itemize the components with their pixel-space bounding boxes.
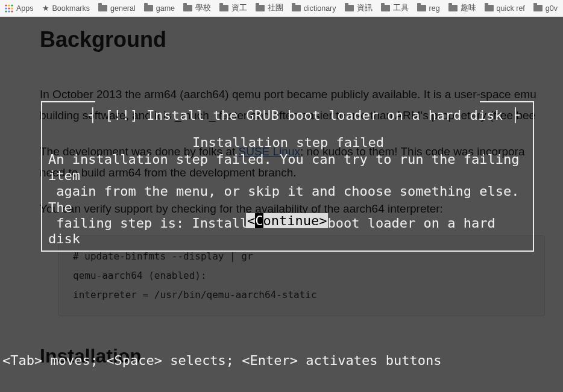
folder-icon <box>485 5 494 11</box>
apps-button[interactable]: Apps <box>5 4 34 13</box>
dialog-header: Installation step failed <box>47 135 529 151</box>
continue-angle-open: < <box>247 213 255 228</box>
bookmark-folder-label: reg <box>429 4 440 13</box>
bookmark-folder-label: game <box>156 4 175 13</box>
bookmark-folder-label: 社團 <box>268 3 283 13</box>
svg-point-5 <box>11 7 13 9</box>
continue-selected-char: C <box>255 213 263 228</box>
folder-icon <box>448 5 458 11</box>
svg-point-2 <box>11 4 13 6</box>
bookmark-folder[interactable]: general <box>98 4 136 13</box>
bookmark-folder[interactable]: quick ref <box>485 4 525 13</box>
svg-point-3 <box>5 7 7 9</box>
bookmark-folder-label: 學校 <box>195 3 211 13</box>
bookmark-folder[interactable]: dictionary <box>292 4 336 13</box>
bookmark-folder[interactable]: 學校 <box>183 3 211 13</box>
bookmark-folder-label: 資工 <box>231 3 247 13</box>
bookmark-folder-label: 資訊 <box>357 3 373 13</box>
folder-icon <box>533 5 543 11</box>
star-icon: ★ <box>42 4 49 13</box>
bookmark-folder-label: g0v <box>546 4 558 13</box>
bookmark-folder-label: 趣味 <box>461 3 476 13</box>
svg-point-4 <box>8 7 10 9</box>
bookmarks-main-label: Bookmarks <box>52 4 90 13</box>
folder-icon <box>183 5 192 11</box>
continue-button[interactable]: <Continue> <box>246 213 328 228</box>
bookmark-folder-label: general <box>110 4 136 13</box>
svg-point-7 <box>8 10 10 12</box>
folder-icon <box>144 5 153 11</box>
bookmarks-main[interactable]: ★ Bookmarks <box>42 4 90 13</box>
svg-point-6 <box>5 10 7 12</box>
bookmark-folder[interactable]: 趣味 <box>448 3 476 13</box>
apps-label: Apps <box>16 4 34 13</box>
apps-grid-icon <box>5 4 13 13</box>
folder-icon <box>417 5 426 11</box>
bookmark-folder-label: quick ref <box>497 4 525 13</box>
bookmark-folder[interactable]: 資訊 <box>345 3 373 13</box>
folder-icon <box>345 5 354 11</box>
bookmarks-bar: Apps ★ Bookmarks general game 學校 資工 社團 d… <box>0 0 563 17</box>
folder-icon <box>292 5 301 11</box>
svg-point-1 <box>8 4 10 6</box>
folder-icon <box>98 5 107 11</box>
bookmark-folder[interactable]: g0v <box>533 4 558 13</box>
folder-icon <box>381 5 390 11</box>
key-hint-bar: <Tab> moves; <Space> selects; <Enter> ac… <box>2 353 441 368</box>
folder-icon <box>219 5 228 11</box>
bookmark-folder-label: 工具 <box>393 3 409 13</box>
bookmark-folder[interactable]: 資工 <box>219 3 247 13</box>
bookmark-folder[interactable]: reg <box>417 4 440 13</box>
dialog-body: Installation step failed An installation… <box>47 135 529 247</box>
bookmark-folder[interactable]: game <box>144 4 175 13</box>
bookmark-folder[interactable]: 工具 <box>381 3 409 13</box>
continue-rest: ontinue> <box>263 213 327 228</box>
svg-point-0 <box>5 4 7 6</box>
dialog-message: An installation step failed. You can try… <box>47 152 529 247</box>
bookmark-folder-label: dictionary <box>304 4 336 13</box>
bookmark-folder[interactable]: 社團 <box>256 3 283 13</box>
svg-point-8 <box>11 10 13 12</box>
folder-icon <box>256 5 265 11</box>
